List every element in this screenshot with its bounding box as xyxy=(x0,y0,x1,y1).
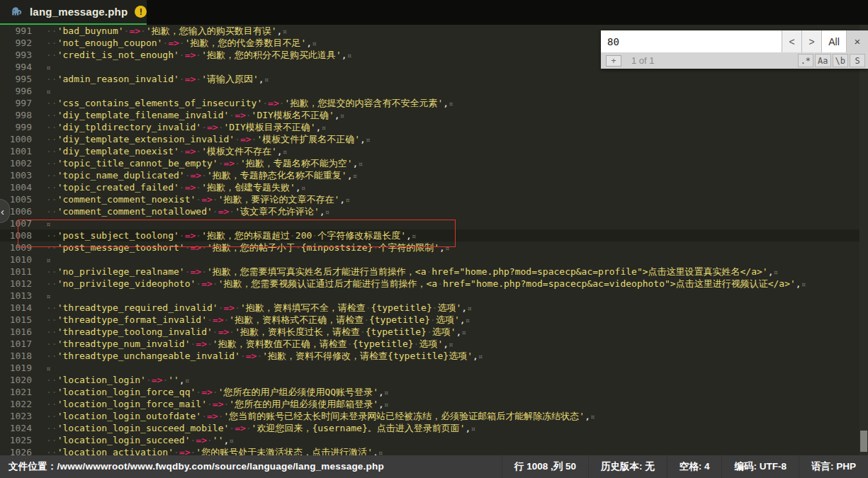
code-text: ··'location_activation'·=>·'您的账号处于未激活状态，… xyxy=(39,446,383,455)
file-location-label: 文件位置： xyxy=(9,461,57,472)
code-line[interactable]: 1000··'diy_template_extension_invalid'·=… xyxy=(0,133,868,145)
code-text: ··'diy_template_filename_invalid'·=>·'DI… xyxy=(39,109,344,121)
line-number[interactable]: 1015 xyxy=(0,314,39,326)
code-editor[interactable]: 991··'bad_buynum'·=>·'抱歉，您输入的购买数目有误',¤99… xyxy=(0,25,868,455)
code-line[interactable]: 1007¤ xyxy=(0,217,868,229)
code-line[interactable]: 1020··'location_login'·=>·'',¤ xyxy=(0,374,868,386)
code-line[interactable]: 1001··'diy_template_noexist'·=>·'模板文件不存在… xyxy=(0,145,868,157)
line-number[interactable]: 1002 xyxy=(0,157,39,169)
line-number[interactable]: 993 xyxy=(0,49,39,61)
code-line[interactable]: 1021··'location_login_force_qq'·=>·'您所在的… xyxy=(0,386,868,398)
find-prev-button[interactable]: < xyxy=(782,30,801,52)
code-line[interactable]: 996¤ xyxy=(0,85,868,97)
code-text: ··'location_login_succeed_mobile'·=>·'欢迎… xyxy=(39,422,475,434)
code-text: ¤ xyxy=(39,85,51,97)
chevron-left-icon: ‹ xyxy=(1,205,4,217)
case-sensitive-toggle[interactable]: Aa xyxy=(815,54,830,67)
line-number[interactable]: 1008 xyxy=(0,229,39,241)
line-number[interactable]: 1014 xyxy=(0,302,39,314)
code-line[interactable]: 1024··'location_login_succeed_mobile'·=>… xyxy=(0,422,868,434)
line-number[interactable]: 1020 xyxy=(0,374,39,386)
php-elephant-icon xyxy=(9,6,23,17)
line-number[interactable]: 1023 xyxy=(0,410,39,422)
code-line[interactable]: 1019¤ xyxy=(0,362,868,374)
line-number[interactable]: 996 xyxy=(0,85,39,97)
regex-toggle[interactable]: .* xyxy=(798,54,813,67)
code-text: ··'post_subject_toolong'·=>·'抱歉，您的标题超过·2… xyxy=(39,229,416,241)
line-number[interactable]: 1022 xyxy=(0,398,39,410)
code-line[interactable]: 1006··'comment_comment_notallowed'·=>·'该… xyxy=(0,205,868,217)
code-line[interactable]: 1014··'threadtype_required_invalid'·=>·'… xyxy=(0,302,868,314)
line-number[interactable]: 998 xyxy=(0,109,39,121)
code-line[interactable]: 1002··'topic_title_cannot_be_empty'·=>·'… xyxy=(0,157,868,169)
line-number[interactable]: 991 xyxy=(0,25,39,37)
code-line[interactable]: 1017··'threadtype_num_invalid'·=>·'抱歉，资料… xyxy=(0,338,868,350)
code-text: ¤ xyxy=(39,217,51,229)
file-tab[interactable]: lang_message.php ! xyxy=(0,0,147,25)
line-number[interactable]: 1001 xyxy=(0,145,39,157)
selection-toggle[interactable]: S xyxy=(850,54,865,67)
scrollbar-track[interactable] xyxy=(859,25,868,455)
line-number[interactable]: 1012 xyxy=(0,278,39,290)
code-line[interactable]: 1026··'location_activation'·=>·'您的账号处于未激… xyxy=(0,446,868,455)
line-number[interactable]: 1019 xyxy=(0,362,39,374)
line-number[interactable]: 994 xyxy=(0,61,39,73)
close-search-button[interactable]: × xyxy=(846,30,868,52)
code-line[interactable]: 1012··'no_privilege_videophoto'·=>·'抱歉，您… xyxy=(0,278,868,290)
code-line[interactable]: 997··'css_contains_elements_of_insecurit… xyxy=(0,97,868,109)
line-number[interactable]: 1013 xyxy=(0,290,39,302)
whole-word-toggle[interactable]: \b xyxy=(833,54,848,67)
language-mode: 语言: PHP xyxy=(799,455,868,478)
line-number[interactable]: 1011 xyxy=(0,266,39,278)
search-input[interactable] xyxy=(601,30,782,52)
code-text: ··'bad_buynum'·=>·'抱歉，您输入的购买数目有误',¤ xyxy=(39,25,287,37)
line-number[interactable]: 1026 xyxy=(0,446,39,455)
line-number[interactable]: 1004 xyxy=(0,181,39,193)
line-number[interactable]: 1010 xyxy=(0,254,39,266)
line-number[interactable]: 999 xyxy=(0,121,39,133)
line-number[interactable]: 1021 xyxy=(0,386,39,398)
toggle-replace-button[interactable]: + xyxy=(606,55,621,67)
code-text: ··'no_privilege_videophoto'·=>·'抱歉，您需要视频… xyxy=(39,278,806,290)
scrollbar-thumb[interactable] xyxy=(860,431,867,452)
code-line[interactable]: 1025··'location_login_succeed'·=>·'',¤ xyxy=(0,434,868,446)
cursor-position: 行 1008 ,列 50 xyxy=(502,455,588,478)
code-text: ··'topic_created_failed'·=>·'抱歉，创建专题失败',… xyxy=(39,181,305,193)
code-line[interactable]: 1018··'threadtype_unchangeable_invalid'·… xyxy=(0,350,868,362)
code-line[interactable]: 1015··'threadtype_format_invalid'·=>·'抱歉… xyxy=(0,314,868,326)
code-line[interactable]: 998··'diy_template_filename_invalid'·=>·… xyxy=(0,109,868,121)
code-line[interactable]: 1023··'location_login_outofdate'·=>·'您当前… xyxy=(0,410,868,422)
code-line[interactable]: 1004··'topic_created_failed'·=>·'抱歉，创建专题… xyxy=(0,181,868,193)
line-number[interactable]: 995 xyxy=(0,73,39,85)
code-line[interactable]: 1008··'post_subject_toolong'·=>·'抱歉，您的标题… xyxy=(0,229,868,241)
line-number[interactable]: 1018 xyxy=(0,350,39,362)
code-line[interactable]: 1013¤ xyxy=(0,290,868,302)
code-line[interactable]: 1003··'topic_name_duplicated'·=>·'抱歉，专题静… xyxy=(0,169,868,181)
line-number[interactable]: 1017 xyxy=(0,338,39,350)
tab-bar: lang_message.php ! xyxy=(0,0,868,25)
line-number[interactable]: 1025 xyxy=(0,434,39,446)
find-next-button[interactable]: > xyxy=(801,30,821,52)
code-line[interactable]: 1016··'threadtype_toolong_invalid'·=>·'抱… xyxy=(0,326,868,338)
line-number[interactable]: 1009 xyxy=(0,241,39,254)
code-text: ··'no_privilege_realname'·=>·'抱歉，您需要填写真实… xyxy=(39,266,778,278)
code-line[interactable]: 1009··'post_message_tooshort'·=>·'抱歉，您的帖… xyxy=(0,241,868,254)
code-text: ··'comment_comment_noexist'·=>·'抱歉，要评论的文… xyxy=(39,193,350,205)
line-number[interactable]: 1000 xyxy=(0,133,39,145)
code-line[interactable]: 1010¤ xyxy=(0,254,868,266)
code-text: ··'location_login'·=>·'',¤ xyxy=(39,374,189,386)
code-line[interactable]: 1011··'no_privilege_realname'·=>·'抱歉，您需要… xyxy=(0,266,868,278)
code-line[interactable]: 995··'admin_reason_invalid'·=>·'请输入原因',¤ xyxy=(0,73,868,85)
line-number[interactable]: 997 xyxy=(0,97,39,109)
code-line[interactable]: 1005··'comment_comment_noexist'·=>·'抱歉，要… xyxy=(0,193,868,205)
code-line[interactable]: 1022··'location_login_force_mail'·=>·'您所… xyxy=(0,398,868,410)
code-line[interactable]: 999··'diy_tpldirectory_invalid'·=>·'DIY模… xyxy=(0,121,868,133)
code-text: ··'comment_comment_notallowed'·=>·'该文章不允… xyxy=(39,205,329,217)
line-number[interactable]: 1024 xyxy=(0,422,39,434)
code-text: ··'topic_name_duplicated'·=>·'抱歉，专题静态化名称… xyxy=(39,169,357,181)
line-number[interactable]: 992 xyxy=(0,37,39,49)
line-number[interactable]: 1003 xyxy=(0,169,39,181)
line-number[interactable]: 1016 xyxy=(0,326,39,338)
code-text: ··'threadtype_format_invalid'·=>·'抱歉，资料格… xyxy=(39,314,470,326)
find-all-button[interactable]: All xyxy=(821,30,846,52)
